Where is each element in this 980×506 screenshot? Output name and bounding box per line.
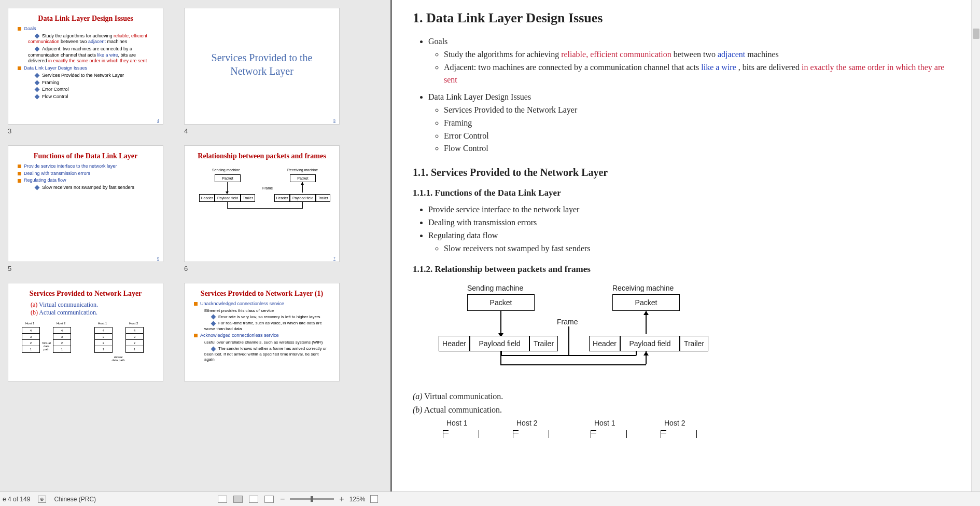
slide-title: Services Provided to the Network Layer <box>194 51 330 78</box>
slide-5[interactable]: Functions of the Data Link Layer Provide… <box>8 145 163 262</box>
slide-4[interactable]: Services Provided to the Network Layer 5 <box>184 8 340 125</box>
slide-6[interactable]: Relationship between packets and frames … <box>184 145 340 262</box>
language-indicator[interactable]: Chinese (PRC) <box>54 496 96 503</box>
heading-1-1-2: 1.1.2. Relationship between packets and … <box>413 264 949 275</box>
slide-page-number: 7 <box>333 256 335 260</box>
view-slideshow-icon[interactable] <box>264 496 274 503</box>
scrollbar[interactable] <box>971 0 980 491</box>
heading-1-1-1: 1.1.1. Functions of the Data Link Layer <box>413 188 949 198</box>
slide-title: Functions of the Data Link Layer <box>18 152 153 160</box>
slide-number: 5 <box>8 265 163 272</box>
fit-window-icon[interactable] <box>370 495 378 503</box>
zoom-level[interactable]: 125% <box>349 496 366 503</box>
status-bar: e 4 of 149 ⊕ Chinese (PRC) − + 125% <box>0 491 980 506</box>
slide-title: Data Link Layer Design Issues <box>18 15 153 23</box>
slide-title: Services Provided to Network Layer <box>18 290 153 298</box>
scrollbar-thumb[interactable] <box>973 29 979 39</box>
host-layers-diagram: Host 1 Host 2 Host 1 Host 2 4321 4321 43… <box>18 322 153 379</box>
slide-number: 3 <box>8 127 163 135</box>
slide-title: Relationship between packets and frames <box>194 152 330 160</box>
packets-frames-diagram: Sending machine Receiving machine Packet… <box>194 168 330 230</box>
zoom-in-button[interactable]: + <box>339 495 344 504</box>
host-row-diagram: Host 1 Host 2 Host 1 Host 2 <box>439 419 724 442</box>
heading-1-1: 1.1. Services Provided to the Network La… <box>413 167 949 179</box>
packets-frames-diagram-large: Sending machine Receiving machine Packet… <box>439 284 724 382</box>
slide-page-number: 6 <box>157 256 159 260</box>
slide-title: Services Provided to Network Layer (1) <box>194 290 330 298</box>
slide-number: 6 <box>184 265 340 272</box>
slide-thumbnails-panel[interactable]: Data Link Layer Design Issues Goals Stud… <box>0 0 390 491</box>
page-indicator[interactable]: e 4 of 149 <box>3 496 30 503</box>
view-sorter-icon[interactable] <box>233 496 243 503</box>
lang-icon[interactable]: ⊕ <box>38 496 46 503</box>
zoom-out-button[interactable]: − <box>280 495 285 504</box>
view-reading-icon[interactable] <box>249 496 258 503</box>
slide-7[interactable]: Services Provided to Network Layer (a) V… <box>8 283 163 381</box>
heading-1: 1. Data Link Layer Design Issues <box>413 10 949 26</box>
slide-page-number: 5 <box>333 119 335 122</box>
slide-3[interactable]: Data Link Layer Design Issues Goals Stud… <box>8 8 163 125</box>
view-normal-icon[interactable] <box>218 496 227 503</box>
outline-panel[interactable]: 1. Data Link Layer Design Issues Goals S… <box>392 0 980 491</box>
slide-number: 4 <box>184 127 340 135</box>
zoom-slider[interactable] <box>290 498 334 500</box>
slide-8[interactable]: Services Provided to Network Layer (1) U… <box>184 283 340 381</box>
slide-page-number: 4 <box>157 119 159 122</box>
